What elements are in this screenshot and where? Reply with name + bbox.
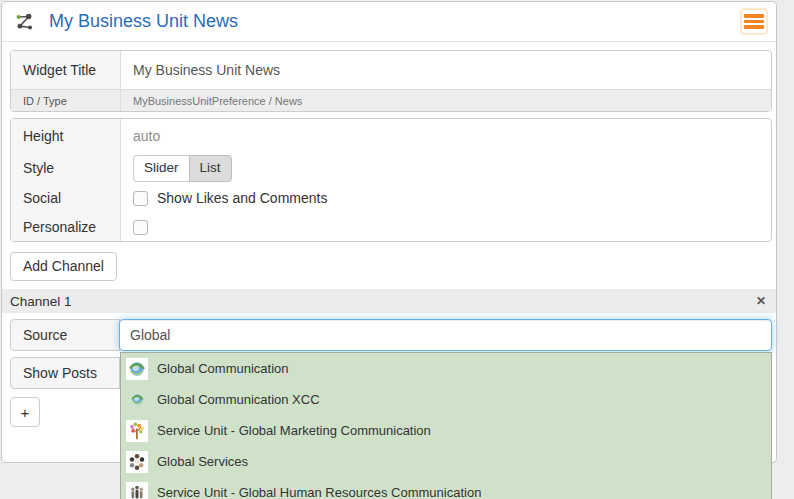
suggestion-item[interactable]: Global Services: [121, 446, 771, 477]
height-row: Height: [11, 119, 771, 153]
widget-config-panel: My Business Unit News Widget Title ID / …: [1, 1, 777, 463]
social-label: Social: [11, 183, 121, 213]
source-suggestion-dropdown: Global Communication Global Communicatio…: [120, 352, 772, 499]
tree-icon: [126, 420, 148, 442]
height-label: Height: [11, 119, 121, 153]
source-label: Source: [10, 319, 120, 351]
suggestion-item[interactable]: Service Unit - Global Marketing Communic…: [121, 415, 771, 446]
channel-title: Channel 1: [10, 294, 756, 309]
channel-header-bar: Channel 1 ✕: [2, 289, 776, 313]
suggestion-label: Global Services: [157, 454, 248, 469]
social-checkbox-label: Show Likes and Comments: [157, 190, 327, 206]
add-post-filter-button[interactable]: +: [10, 397, 40, 427]
suggestion-label: Service Unit - Global Human Resources Co…: [157, 485, 481, 499]
personalize-row: Personalize: [11, 213, 771, 241]
social-checkbox[interactable]: [133, 191, 148, 206]
share-nodes-icon: [14, 11, 36, 33]
widget-title-input[interactable]: [121, 62, 771, 78]
widget-title-row: Widget Title: [11, 51, 771, 89]
hamburger-menu-icon[interactable]: [742, 10, 766, 33]
style-row: Style Slider List: [11, 153, 771, 183]
style-button-group: Slider List: [133, 155, 232, 182]
globe-small-icon: [126, 389, 148, 411]
widget-settings-table: Height Style Slider List Social Show Lik…: [10, 118, 772, 242]
source-row: Source Global Communication: [10, 319, 772, 351]
id-type-label: ID / Type: [11, 90, 121, 111]
suggestion-label: Service Unit - Global Marketing Communic…: [157, 423, 431, 438]
height-input[interactable]: [121, 128, 771, 144]
suggestion-label: Global Communication XCC: [157, 392, 320, 407]
show-posts-label: Show Posts: [10, 357, 120, 389]
style-option-slider[interactable]: Slider: [133, 155, 189, 182]
widget-header: My Business Unit News: [2, 2, 776, 42]
id-type-row: ID / Type MyBusinessUnitPreference / New…: [11, 89, 771, 111]
people-group-icon: [126, 482, 148, 499]
add-channel-button[interactable]: Add Channel: [10, 252, 117, 281]
suggestion-item[interactable]: Global Communication XCC: [121, 384, 771, 415]
suggestion-label: Global Communication: [157, 361, 289, 376]
close-icon[interactable]: ✕: [756, 295, 766, 307]
globe-icon: [126, 358, 148, 380]
style-option-list[interactable]: List: [189, 155, 232, 182]
widget-title-label: Widget Title: [11, 51, 121, 89]
personalize-checkbox[interactable]: [133, 220, 148, 235]
source-input[interactable]: [119, 319, 772, 351]
id-type-value: MyBusinessUnitPreference / News: [121, 90, 771, 111]
suggestion-item[interactable]: Service Unit - Global Human Resources Co…: [121, 477, 771, 499]
personalize-label: Personalize: [11, 213, 121, 241]
social-row: Social Show Likes and Comments: [11, 183, 771, 213]
widget-title-heading: My Business Unit News: [49, 11, 742, 32]
people-circle-icon: [126, 451, 148, 473]
suggestion-item[interactable]: Global Communication: [121, 353, 771, 384]
style-label: Style: [11, 153, 121, 183]
widget-meta-table: Widget Title ID / Type MyBusinessUnitPre…: [10, 50, 772, 112]
